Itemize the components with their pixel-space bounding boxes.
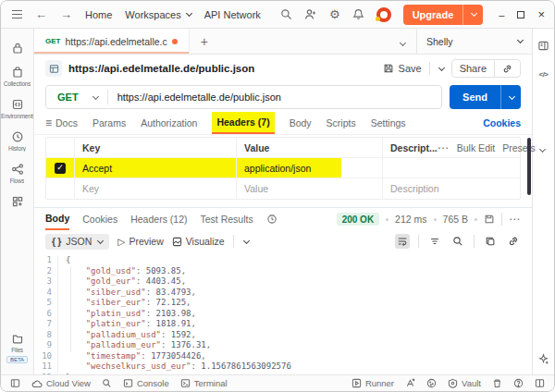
tab-scripts[interactable]: Scripts [327,112,356,134]
sidebar-item-collections[interactable]: Collections [1,60,34,92]
sidebar-item-files[interactable]: Files BETA [1,326,34,369]
url-input[interactable]: https://api.edelmetalle.de/public.json [108,92,441,103]
value-placeholder[interactable]: Value [236,178,382,199]
copy-link-icon[interactable] [494,61,520,77]
visualize-button[interactable]: Visualize [172,236,225,247]
braces-icon: { } [52,236,61,247]
request-tabs: ≡Docs Params Authorization Headers (7) B… [34,112,532,135]
header-key-cell[interactable]: Accept [74,158,236,178]
send-options-chevron-icon[interactable] [500,85,521,109]
avatar[interactable] [376,7,391,22]
line-number: 7 [34,319,52,330]
code-snippet-icon[interactable]: </> [538,70,548,79]
table-row-empty: Key Value Description [46,178,520,199]
app-window: ← → Home Workspaces API Network ⚙ Upgrad… [0,0,555,392]
minimize-button[interactable]: – [499,9,504,20]
method-selector[interactable]: GET [46,92,107,103]
home-menu[interactable]: Home [85,9,112,20]
line-number: 5 [34,298,52,309]
sidebar-item-flows[interactable]: Flows [1,157,34,190]
response-tab-headers[interactable]: Headers (12) [130,208,187,230]
forward-icon[interactable]: → [60,8,72,20]
more-options-icon[interactable]: ⋯ [438,145,450,151]
cookies-icon[interactable] [426,378,437,388]
select-agent-icon[interactable] [405,378,415,388]
upgrade-caret[interactable] [462,5,483,25]
header-description-cell[interactable] [382,158,520,178]
console-button[interactable]: Console [123,378,169,388]
bulk-edit-button[interactable]: Bulk Edit [457,142,495,153]
configure-sidebar-icon[interactable] [1,190,34,214]
workspace-lock-icon[interactable] [1,36,34,60]
postbot-icon[interactable] [537,353,549,365]
trash-icon[interactable] [492,378,502,388]
share-button[interactable]: Share [452,60,494,77]
tab-docs[interactable]: ≡Docs [45,112,78,134]
open-request-tab[interactable]: GET https://api.edelmetalle.c [34,29,190,54]
invite-user-icon[interactable] [304,8,317,20]
scrollbar-thumb[interactable] [527,138,531,195]
tab-params[interactable]: Params [92,112,126,134]
row-checkbox[interactable]: ✓ [55,163,66,174]
tab-authorization[interactable]: Authorization [141,112,197,134]
description-placeholder[interactable]: Description [382,178,520,199]
hamburger-menu-icon[interactable] [12,10,22,18]
response-more-options-icon[interactable]: ⋯ [509,216,521,222]
new-tab-button[interactable]: + [190,34,219,49]
search-response-icon[interactable] [450,234,465,249]
beautify-icon[interactable] [427,234,442,249]
save-options-chevron-icon[interactable] [438,64,445,70]
vault-button[interactable]: Vault [448,378,481,388]
save-response-icon[interactable] [484,214,495,225]
help-icon[interactable] [513,378,524,388]
sidebar-item-environments[interactable]: Environments [1,92,34,125]
settings-gear-icon[interactable]: ⚙ [329,7,340,21]
workspaces-menu[interactable]: Workspaces [125,9,191,20]
back-icon[interactable]: ← [35,8,47,20]
runner-button[interactable]: Runner [352,378,394,388]
send-button[interactable]: Send [450,85,500,109]
key-placeholder[interactable]: Key [74,178,236,199]
response-size[interactable]: 765 B [443,214,468,225]
preview-button[interactable]: ▷Preview [117,236,163,247]
environment-quick-look-icon[interactable] [537,40,549,52]
copy-response-icon[interactable] [483,234,498,249]
maximize-button[interactable] [517,11,524,18]
cloud-view-button[interactable]: Cloud View [31,378,91,388]
notifications-bell-icon[interactable] [352,8,364,20]
api-network-menu[interactable]: API Network [204,9,261,20]
save-button[interactable]: Save [383,63,422,74]
response-body-viewer[interactable]: 123456789101112 { "gold_usd": 5093.85, "… [34,252,532,374]
tab-headers[interactable]: Headers (7) [212,112,274,134]
search-icon[interactable] [280,8,292,20]
url-row: GET https://api.edelmetalle.de/public.js… [34,82,532,112]
upgrade-button[interactable]: Upgrade [403,5,484,25]
tab-body[interactable]: Body [290,112,312,134]
code-line: "platin_usd": 2103.98, [66,309,532,320]
cookies-link[interactable]: Cookies [483,117,521,129]
visualize-options-chevron-icon[interactable] [243,237,250,243]
presets-button[interactable]: Presets [502,142,545,153]
toggle-sidebar-icon[interactable] [10,378,20,388]
find-icon[interactable] [102,378,112,388]
split-panel-icon[interactable] [535,378,545,388]
sidebar-item-history[interactable]: History [1,125,34,157]
response-tab-cookies[interactable]: Cookies [82,208,117,230]
environment-selector[interactable]: Shelly [416,29,532,54]
line-number: 6 [34,309,52,320]
response-tab-test-results[interactable]: Test Results [200,208,253,230]
tab-settings[interactable]: Settings [371,112,406,134]
tab-overview-chevron-icon[interactable] [388,36,416,47]
header-value-cell[interactable]: application/json [236,158,382,178]
response-time[interactable]: 212 ms [395,214,426,225]
response-tab-body[interactable]: Body [45,208,69,230]
wrap-lines-icon[interactable] [395,234,410,249]
close-button[interactable]: × [537,7,545,21]
terminal-button[interactable]: Terminal [180,378,228,388]
code-line: "silber_usd": 83.4793, [66,288,532,299]
status-badge[interactable]: 200 OK [337,213,379,226]
response-history-icon[interactable] [266,214,278,225]
format-selector[interactable]: { } JSON [45,234,109,250]
runner-icon [352,378,362,388]
response-link-icon[interactable] [506,234,521,249]
